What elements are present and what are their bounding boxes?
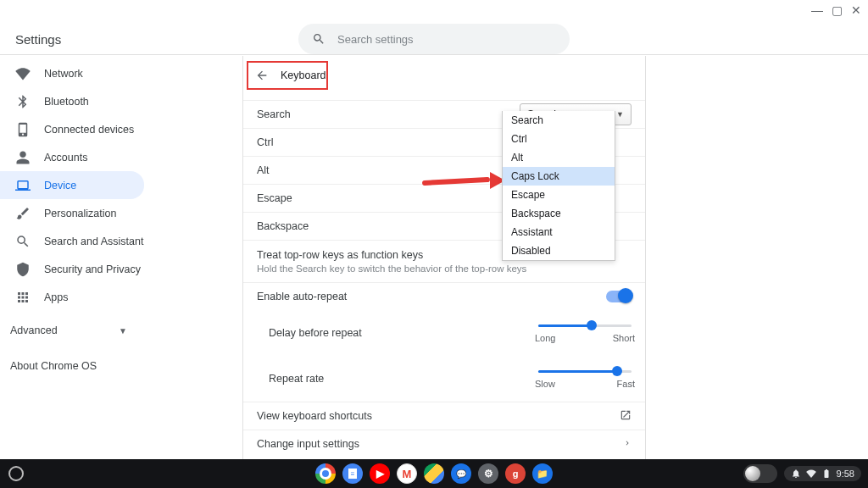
notification-icon	[791, 469, 801, 479]
dropdown-arrow-icon: ▼	[616, 110, 624, 119]
dropdown-option-assistant[interactable]: Assistant	[503, 223, 615, 241]
annotation-arrow	[422, 173, 504, 188]
system-tray[interactable]: 9:58	[743, 464, 861, 483]
sidebar-item-label: Search and Assistant	[44, 236, 143, 247]
row-view-shortcuts[interactable]: View keyboard shortcuts	[243, 402, 645, 430]
sidebar-about-chrome-os[interactable]: About Chrome OS	[0, 350, 144, 372]
row-label: Ctrl	[257, 136, 273, 148]
sidebar-item-device[interactable]: Device	[0, 171, 144, 199]
row-label: Change input settings	[257, 438, 359, 450]
dropdown-option-alt[interactable]: Alt	[503, 148, 615, 167]
row-label: Alt	[257, 164, 270, 176]
battery-icon	[821, 469, 832, 479]
page-title: Keyboard	[281, 69, 326, 81]
app-settings[interactable]: ⚙	[478, 463, 498, 484]
row-label: Treat top-row keys as function keys	[257, 249, 423, 261]
account-avatar[interactable]	[743, 464, 777, 483]
advanced-label: Advanced	[10, 324, 58, 336]
clock: 9:58	[837, 469, 854, 479]
search-icon	[15, 234, 31, 249]
window-close-icon[interactable]: ✕	[851, 3, 861, 17]
person-icon	[15, 150, 31, 165]
apps-icon	[15, 290, 31, 305]
sidebar-item-label: Bluetooth	[44, 96, 89, 108]
app-messages[interactable]: 💬	[451, 463, 471, 484]
shelf: ≡ ▶ M 💬 ⚙ g 📁 9:58	[0, 459, 868, 488]
sidebar-item-personalization[interactable]: Personalization	[0, 199, 144, 227]
sidebar-item-security-privacy[interactable]: Security and Privacy	[0, 255, 144, 283]
slider-label-right: Fast	[617, 379, 635, 389]
brush-icon	[15, 206, 31, 221]
sidebar-item-label: Security and Privacy	[44, 263, 141, 275]
app-drive[interactable]	[424, 463, 444, 484]
row-label: Delay before repeat	[269, 327, 362, 339]
sidebar-item-label: Network	[44, 68, 83, 80]
search-key-dropdown-menu[interactable]: SearchCtrlAltCaps LockEscapeBackspaceAss…	[502, 111, 615, 261]
slider-label-right: Short	[613, 333, 635, 343]
sidebar-item-label: Device	[44, 180, 76, 191]
slider-label-left: Long	[535, 333, 555, 343]
sidebar-item-accounts[interactable]: Accounts	[0, 143, 144, 171]
row-rate: Repeat rate Slow Fast	[243, 356, 645, 402]
sidebar-item-search-assistant[interactable]: Search and Assistant	[0, 227, 144, 255]
wifi-icon	[15, 66, 31, 81]
row-auto-repeat: Enable auto-repeat	[243, 282, 645, 310]
auto-repeat-toggle[interactable]	[606, 291, 632, 302]
status-pill[interactable]: 9:58	[784, 466, 861, 481]
devices-icon	[15, 122, 31, 137]
wifi-status-icon	[806, 469, 816, 479]
sidebar-item-label: Apps	[44, 291, 69, 303]
laptop-icon	[15, 178, 31, 193]
rate-slider[interactable]: Slow Fast	[538, 367, 632, 391]
row-label: Escape	[257, 192, 292, 204]
search-placeholder: Search settings	[337, 33, 414, 46]
slider-label-left: Slow	[535, 379, 555, 389]
app-files[interactable]: 📁	[532, 463, 553, 484]
bluetooth-icon	[15, 94, 31, 109]
sidebar-item-bluetooth[interactable]: Bluetooth	[0, 87, 144, 115]
search-icon	[312, 32, 326, 46]
row-sublabel: Hold the Search key to switch the behavi…	[257, 263, 526, 274]
back-button[interactable]	[255, 68, 269, 83]
row-change-input[interactable]: Change input settings	[243, 430, 645, 458]
sidebar: Network Bluetooth Connected devices Acco…	[0, 59, 144, 372]
shield-icon	[15, 262, 31, 277]
row-label: Backspace	[257, 220, 309, 232]
row-label: Search	[257, 108, 291, 120]
app-docs[interactable]: ≡	[342, 463, 363, 484]
sidebar-item-label: Personalization	[44, 208, 116, 219]
settings-title: Settings	[15, 32, 61, 47]
settings-search-input[interactable]: Search settings	[298, 24, 570, 54]
dropdown-option-escape[interactable]: Escape	[503, 186, 615, 204]
sidebar-item-apps[interactable]: Apps	[0, 283, 144, 311]
delay-slider[interactable]: Long Short	[538, 321, 632, 345]
sidebar-item-label: Accounts	[44, 152, 87, 164]
chevron-down-icon: ▼	[119, 326, 127, 336]
open-external-icon	[620, 409, 632, 424]
window-maximize-icon[interactable]: ▢	[832, 3, 843, 17]
sidebar-item-network[interactable]: Network	[0, 59, 144, 87]
page-header-highlight: Keyboard	[247, 61, 328, 90]
window-minimize-icon[interactable]: —	[811, 3, 823, 17]
dropdown-option-backspace[interactable]: Backspace	[503, 204, 615, 223]
app-chrome[interactable]	[315, 463, 336, 484]
sidebar-advanced[interactable]: Advanced ▼	[0, 316, 144, 345]
dropdown-option-disabled[interactable]: Disabled	[503, 241, 615, 260]
dropdown-option-search[interactable]: Search	[503, 111, 615, 130]
row-label: View keyboard shortcuts	[257, 410, 372, 422]
row-label: Enable auto-repeat	[257, 291, 347, 302]
dropdown-option-ctrl[interactable]: Ctrl	[503, 130, 615, 148]
dropdown-option-caps-lock[interactable]: Caps Lock	[503, 167, 615, 186]
shelf-apps: ≡ ▶ M 💬 ⚙ g 📁	[315, 463, 553, 484]
app-youtube[interactable]: ▶	[370, 463, 390, 484]
row-label: Repeat rate	[269, 373, 324, 385]
sidebar-item-connected-devices[interactable]: Connected devices	[0, 115, 144, 143]
app-gmail[interactable]: M	[397, 463, 417, 484]
row-delay: Delay before repeat Long Short	[243, 310, 645, 356]
chevron-right-icon	[623, 438, 632, 450]
launcher-button[interactable]	[8, 466, 24, 481]
app-google-plus[interactable]: g	[505, 463, 526, 484]
sidebar-item-label: Connected devices	[44, 124, 134, 136]
